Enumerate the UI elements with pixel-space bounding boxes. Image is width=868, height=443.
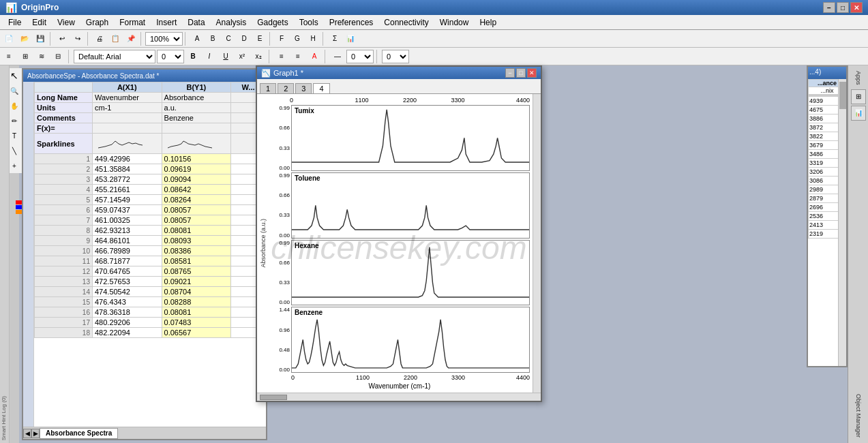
graph-scrollbar-v[interactable] — [533, 94, 541, 393]
cell-18-b[interactable]: 0.06567 — [162, 328, 231, 338]
stats-button[interactable]: 📊 — [343, 31, 358, 46]
tb-icon-5[interactable]: E — [252, 31, 267, 46]
menu-item-gadgets[interactable]: Gadgets — [252, 15, 293, 29]
cell-15-a[interactable]: 476.4343 — [92, 297, 162, 307]
sigma-button[interactable]: Σ — [327, 31, 342, 46]
tb-icon-1[interactable]: A — [190, 31, 205, 46]
line-size-dropdown[interactable]: 0 — [346, 50, 374, 63]
superscript-button[interactable]: x² — [235, 49, 250, 64]
menu-item-graph[interactable]: Graph — [80, 15, 114, 29]
line-style-button[interactable]: — — [330, 49, 345, 64]
tb-icon-3[interactable]: C — [221, 31, 236, 46]
graph-tab-4[interactable]: 4 — [313, 83, 329, 93]
cell-8-b[interactable]: 0.08081 — [162, 226, 231, 236]
tb-icon-4[interactable]: D — [237, 31, 252, 46]
undo-button[interactable]: ↩ — [55, 31, 70, 46]
menu-item-connectivity[interactable]: Connectivity — [378, 15, 434, 29]
menu-item-insert[interactable]: Insert — [151, 15, 182, 29]
zoom-dropdown[interactable]: 100% 75% 50% — [145, 32, 183, 46]
cell-13-b[interactable]: 0.09021 — [162, 277, 231, 287]
fx-by1[interactable] — [162, 123, 231, 134]
menu-item-edit[interactable]: Edit — [27, 15, 52, 29]
cell-11-b[interactable]: 0.08581 — [162, 256, 231, 266]
paste-button[interactable]: 📌 — [123, 31, 138, 46]
graph-scrollbar-h[interactable] — [257, 393, 541, 401]
tb-icon-6[interactable]: F — [274, 31, 289, 46]
tb-icon-8[interactable]: H — [305, 31, 320, 46]
graph-close-btn[interactable]: ✕ — [527, 68, 537, 78]
cell-15-b[interactable]: 0.08288 — [162, 297, 231, 307]
cell-5-b[interactable]: 0.08264 — [162, 195, 231, 205]
cell-2-a[interactable]: 451.35884 — [92, 164, 162, 174]
redo-button[interactable]: ↪ — [70, 31, 85, 46]
menu-item-view[interactable]: View — [52, 15, 80, 29]
cell-18-a[interactable]: 482.22094 — [92, 328, 162, 338]
graph-maximize-btn[interactable]: □ — [516, 68, 526, 78]
maximize-button[interactable]: □ — [837, 2, 849, 13]
cell-16-b[interactable]: 0.08081 — [162, 307, 231, 318]
bold-button[interactable]: B — [185, 49, 200, 64]
cell-14-a[interactable]: 474.50542 — [92, 287, 162, 297]
cell-4-b[interactable]: 0.08642 — [162, 185, 231, 195]
menu-item-file[interactable]: File — [3, 15, 27, 29]
color-text-button[interactable]: A — [307, 49, 322, 64]
cell-6-b[interactable]: 0.08057 — [162, 205, 231, 215]
cell-10-a[interactable]: 466.78989 — [92, 246, 162, 256]
units-by1[interactable]: a.u. — [162, 103, 231, 113]
units-ax1[interactable]: cm-1 — [92, 103, 162, 113]
graph-minimize-btn[interactable]: − — [505, 68, 515, 78]
graph-tab-1[interactable]: 1 — [260, 83, 276, 93]
sparklines-ax1[interactable] — [92, 134, 162, 154]
menu-item-help[interactable]: Help — [474, 15, 502, 29]
subscript-button[interactable]: x₂ — [251, 49, 266, 64]
right-scrollbar-thumb[interactable] — [839, 82, 846, 109]
tb2-btn1[interactable]: ≡ — [1, 49, 16, 64]
font-name-dropdown[interactable]: Default: Arial — [74, 50, 155, 63]
cell-16-a[interactable]: 478.36318 — [92, 307, 162, 318]
font-size-dropdown[interactable]: 0 8 10 12 — [157, 50, 184, 63]
align-center-button[interactable]: ≡ — [290, 49, 305, 64]
cell-1-b[interactable]: 0.10156 — [162, 154, 231, 164]
sheet-tab-absorbance[interactable]: Absorbance Spectra — [40, 428, 118, 439]
cell-9-a[interactable]: 464.86101 — [92, 236, 162, 246]
tb2-btn4[interactable]: ⊟ — [50, 49, 65, 64]
copy-button[interactable]: 📋 — [108, 31, 123, 46]
italic-button[interactable]: I — [202, 49, 217, 64]
tb-icon-2[interactable]: B — [205, 31, 220, 46]
comments-by1[interactable]: Benzene — [162, 113, 231, 123]
cell-13-a[interactable]: 472.57653 — [92, 277, 162, 287]
new-button[interactable]: 📄 — [1, 31, 16, 46]
underline-button[interactable]: U — [218, 49, 233, 64]
menu-item-analysis[interactable]: Analysis — [211, 15, 252, 29]
cell-7-b[interactable]: 0.08057 — [162, 215, 231, 226]
open-button[interactable]: 📂 — [17, 31, 32, 46]
apps-btn-2[interactable]: 📊 — [851, 106, 866, 121]
longname-by1[interactable]: Absorbance — [162, 93, 231, 103]
size-dropdown2[interactable]: 0 — [382, 50, 409, 63]
cell-7-a[interactable]: 461.00325 — [92, 215, 162, 226]
graph-tab-2[interactable]: 2 — [278, 83, 294, 93]
comments-ax1[interactable] — [92, 113, 162, 123]
print-button[interactable]: 🖨 — [92, 31, 107, 46]
cell-5-a[interactable]: 457.14549 — [92, 195, 162, 205]
cell-12-b[interactable]: 0.08765 — [162, 266, 231, 277]
close-button[interactable]: ✕ — [850, 2, 863, 13]
cell-17-b[interactable]: 0.07483 — [162, 318, 231, 328]
sparklines-by1[interactable] — [162, 134, 231, 154]
sheet-tab-next[interactable]: ▶ — [31, 429, 40, 438]
longname-ax1[interactable]: Wavenumber — [92, 93, 162, 103]
menu-item-data[interactable]: Data — [182, 15, 210, 29]
align-left-button[interactable]: ≡ — [274, 49, 289, 64]
cell-3-b[interactable]: 0.09094 — [162, 174, 231, 185]
apps-btn-1[interactable]: ⊞ — [851, 89, 866, 104]
menu-item-format[interactable]: Format — [114, 15, 151, 29]
scrollbar-thumb[interactable] — [260, 395, 287, 400]
graph-tab-3[interactable]: 3 — [295, 83, 312, 93]
menu-item-preferences[interactable]: Preferences — [324, 15, 379, 29]
save-button[interactable]: 💾 — [33, 31, 48, 46]
sheet-tab-prev[interactable]: ◀ — [23, 429, 31, 438]
tb-icon-7[interactable]: G — [290, 31, 305, 46]
cell-9-b[interactable]: 0.08093 — [162, 236, 231, 246]
cell-8-a[interactable]: 462.93213 — [92, 226, 162, 236]
menu-item-tools[interactable]: Tools — [294, 15, 324, 29]
